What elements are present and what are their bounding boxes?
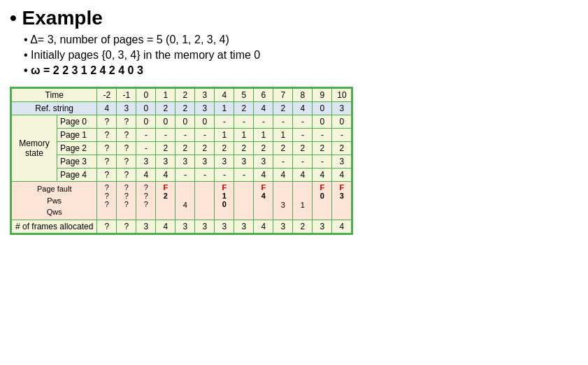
fault-col-1: ???: [117, 182, 136, 220]
fault-col-8: F4: [254, 182, 273, 220]
ref-7: 2: [234, 102, 254, 115]
bullet-list: Δ= 3, number of pages = 5 (0, 1, 2, 3, 4…: [24, 34, 578, 77]
p0-11: 0: [313, 115, 332, 129]
fault-col-6: F10: [215, 182, 234, 220]
fault-col-7: [234, 182, 254, 220]
ref-0: 4: [97, 102, 117, 115]
page1-label: Page 1: [57, 129, 96, 142]
ref-1: 3: [117, 102, 136, 115]
fault-col-0: ???: [97, 182, 117, 220]
time-col-1: 1: [156, 89, 175, 102]
fault-col-5: [195, 182, 215, 220]
p0-8: -: [254, 115, 273, 129]
p0-12: 0: [332, 115, 352, 129]
frames-label: # of frames allocated: [12, 220, 97, 233]
page4-label: Page 4: [57, 169, 96, 182]
page0-row: Memorystate Page 0 ? ? 0 0 0 0 - - - - -…: [12, 115, 352, 129]
ref-10: 4: [293, 102, 313, 115]
time-col-m1: -1: [117, 89, 136, 102]
ref-string-row: Ref. string 4 3 0 2 2 3 1 2 4 2 4 0 3: [12, 102, 352, 115]
ref-2: 0: [136, 102, 156, 115]
memory-state-label: Memorystate: [12, 115, 57, 182]
time-col-4: 4: [215, 89, 234, 102]
page0-label: Page 0: [57, 115, 96, 129]
fault-col-11: F0: [313, 182, 332, 220]
main-table-container: Time -2 -1 0 1 2 3 4 5 6 7 8 9 10 Ref. s…: [10, 87, 353, 235]
p0-1: ?: [117, 115, 136, 129]
fault-col-4: 4: [175, 182, 195, 220]
time-col-6: 6: [254, 89, 273, 102]
fault-col-10: 1: [293, 182, 313, 220]
ref-4: 2: [175, 102, 195, 115]
page3-label: Page 3: [57, 155, 96, 169]
bullet-item-3: ω = 2 2 3 1 2 4 2 4 0 3: [24, 64, 578, 77]
p0-6: -: [215, 115, 234, 129]
ref-6: 1: [215, 102, 234, 115]
time-col-9: 9: [313, 89, 332, 102]
page-fault-row: Page fault Pws Qws ??? ??? ??? F2 4: [12, 182, 352, 220]
time-col-8: 8: [293, 89, 313, 102]
time-col-m2: -2: [97, 89, 117, 102]
time-col-7: 7: [273, 89, 293, 102]
fault-col-3: F2: [156, 182, 175, 220]
time-col-5: 5: [234, 89, 254, 102]
p0-10: -: [293, 115, 313, 129]
data-table: Time -2 -1 0 1 2 3 4 5 6 7 8 9 10 Ref. s…: [11, 88, 352, 234]
ref-3: 2: [156, 102, 175, 115]
page2-label: Page 2: [57, 142, 96, 155]
page-fault-label: Page fault Pws Qws: [12, 182, 97, 220]
ref-9: 2: [273, 102, 293, 115]
title: • Example: [10, 7, 578, 29]
p0-3: 0: [156, 115, 175, 129]
bullet-item-2: Initially pages {0, 3, 4} in the memory …: [24, 49, 578, 62]
p0-5: 0: [195, 115, 215, 129]
fault-col-12: F3: [332, 182, 352, 220]
ref-11: 0: [313, 102, 332, 115]
page4-row: Page 4 ? ? 4 4 - - - - 4 4 4 4 4: [12, 169, 352, 182]
fault-col-9: 3: [273, 182, 293, 220]
frames-allocated-row: # of frames allocated ? ? 3 4 3 3 3 3 4 …: [12, 220, 352, 233]
page2-row: Page 2 ? ? - 2 2 2 2 2 2 2 2 2 2: [12, 142, 352, 155]
p0-7: -: [234, 115, 254, 129]
time-col-3: 3: [195, 89, 215, 102]
time-col-2: 2: [175, 89, 195, 102]
time-col-10: 10: [332, 89, 352, 102]
fault-col-2: ???: [136, 182, 156, 220]
page3-row: Page 3 ? ? 3 3 3 3 3 3 3 - - - 3: [12, 155, 352, 169]
p0-9: -: [273, 115, 293, 129]
p0-0: ?: [97, 115, 117, 129]
bullet-item-1: Δ= 3, number of pages = 5 (0, 1, 2, 3, 4…: [24, 34, 578, 46]
ref-string-label: Ref. string: [12, 102, 97, 115]
p0-4: 0: [175, 115, 195, 129]
page1-row: Page 1 ? ? - - - - 1 1 1 1 - - -: [12, 129, 352, 142]
time-col-0: 0: [136, 89, 156, 102]
ref-8: 4: [254, 102, 273, 115]
time-label: Time: [12, 89, 97, 102]
ref-5: 3: [195, 102, 215, 115]
ref-12: 3: [332, 102, 352, 115]
time-header-row: Time -2 -1 0 1 2 3 4 5 6 7 8 9 10: [12, 89, 352, 102]
p0-2: 0: [136, 115, 156, 129]
